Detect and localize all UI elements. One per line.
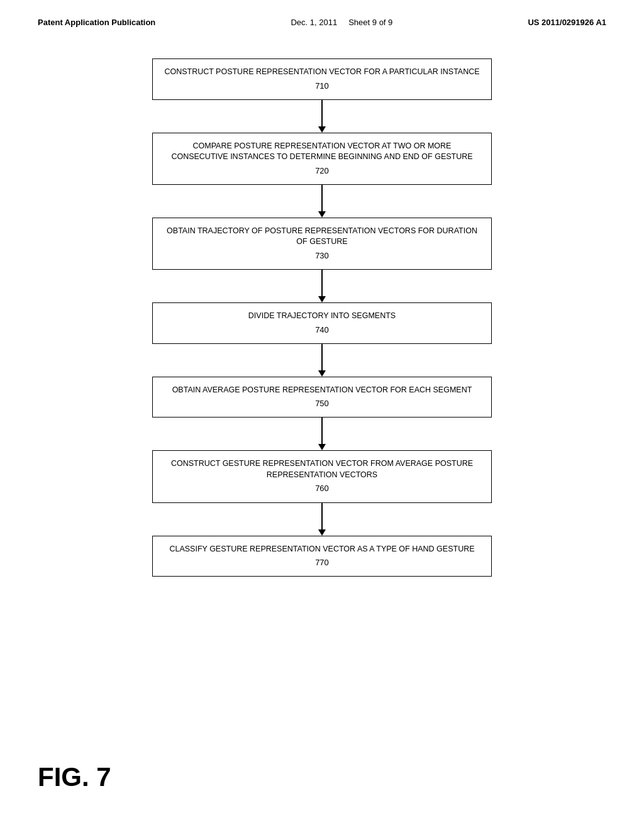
arrow-4-line [321,344,323,371]
step-750-text: OBTAIN AVERAGE POSTURE REPRESENTATION VE… [172,385,472,394]
flowchart: CONSTRUCT POSTURE REPRESENTATION VECTOR … [152,58,492,577]
step-710-num: 710 [164,80,480,92]
step-760-box: CONSTRUCT GESTURE REPRESENTATION VECTOR … [152,450,492,502]
arrow-5-head [318,444,326,450]
step-720-num: 720 [164,165,480,177]
arrow-1 [318,100,326,133]
step-760-text: CONSTRUCT GESTURE REPRESENTATION VECTOR … [171,459,473,479]
header-sheet: Sheet 9 of 9 [348,18,392,27]
step-740-num: 740 [164,324,480,336]
header-center: Dec. 1, 2011 Sheet 9 of 9 [291,18,392,27]
step-770-num: 770 [164,557,480,568]
arrow-5 [318,418,326,450]
step-740-box: DIVIDE TRAJECTORY INTO SEGMENTS 740 [152,302,492,344]
step-730-num: 730 [164,250,480,262]
page: Patent Application Publication Dec. 1, 2… [0,0,644,830]
step-760-num: 760 [164,483,480,494]
arrow-6-head [318,529,326,536]
step-740-text: DIVIDE TRAJECTORY INTO SEGMENTS [248,311,396,320]
arrow-1-line [321,100,323,127]
arrow-2-head [318,211,326,218]
step-770-box: CLASSIFY GESTURE REPRESENTATION VECTOR A… [152,536,492,577]
step-710-text: CONSTRUCT POSTURE REPRESENTATION VECTOR … [164,67,479,76]
arrow-4-head [318,370,326,377]
figure-label: FIG. 7 [38,762,111,792]
step-770-text: CLASSIFY GESTURE REPRESENTATION VECTOR A… [169,545,474,553]
main-content: CONSTRUCT POSTURE REPRESENTATION VECTOR … [0,33,644,602]
arrow-4 [318,344,326,377]
arrow-1-head [318,126,326,133]
header-date: Dec. 1, 2011 [291,18,337,27]
header-patent-number: US 2011/0291926 A1 [528,18,606,27]
step-730-text: OBTAIN TRAJECTORY OF POSTURE REPRESENTAT… [167,226,477,246]
step-750-num: 750 [164,398,480,409]
step-720-box: COMPARE POSTURE REPRESENTATION VECTOR AT… [152,133,492,185]
header-publication-label: Patent Application Publication [38,18,155,27]
arrow-3-line [321,270,323,297]
arrow-3-head [318,296,326,302]
arrow-2-line [321,185,323,212]
arrow-3 [318,270,326,302]
arrow-6-line [321,503,323,530]
step-710-box: CONSTRUCT POSTURE REPRESENTATION VECTOR … [152,58,492,100]
step-750-box: OBTAIN AVERAGE POSTURE REPRESENTATION VE… [152,377,492,418]
arrow-6 [318,503,326,536]
arrow-2 [318,185,326,218]
step-720-text: COMPARE POSTURE REPRESENTATION VECTOR AT… [171,141,472,162]
page-header: Patent Application Publication Dec. 1, 2… [0,0,644,33]
step-730-box: OBTAIN TRAJECTORY OF POSTURE REPRESENTAT… [152,218,492,270]
arrow-5-line [321,418,323,445]
